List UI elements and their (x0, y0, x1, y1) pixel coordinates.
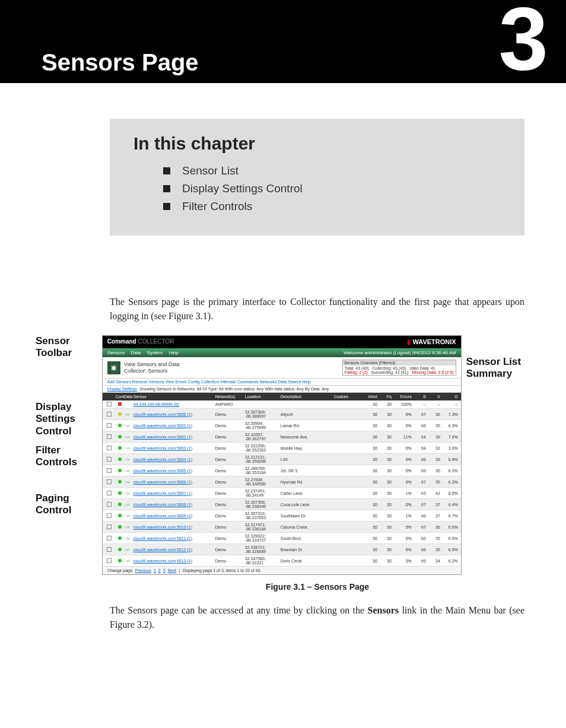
app-brand: Command COLLECTOR (107, 338, 174, 346)
row-checkbox[interactable] (107, 536, 112, 541)
chapter-item: Filter Controls (163, 200, 501, 213)
view-sensors-text: View Sensors and Data Collector: Sensors (124, 361, 180, 374)
sensor-link[interactable]: cloud9.wavetronix.com:5003 (1) (132, 446, 215, 450)
row-checkbox[interactable] (107, 513, 112, 518)
paging-prev[interactable]: Previous (135, 568, 151, 573)
welcome-text: Welcome administrator (Logout) 9/4/2012 … (344, 350, 456, 355)
sensor-link[interactable]: cloud9.wavetronix.com:5001 (1) (132, 424, 215, 428)
sensor-link[interactable]: cloud9.wavetronix.com:5007 (1) (132, 491, 215, 495)
com-status-icon (116, 412, 124, 417)
com-status-icon (116, 435, 124, 439)
sensor-link[interactable]: cloud9.wavetronix.com:5009 (1) (132, 514, 215, 518)
wavetronix-logo: ▮ WAVETRONIX (407, 338, 456, 346)
com-status-icon (116, 503, 124, 507)
com-status-icon (116, 514, 124, 518)
table-row: ▭cloud9.wavetronix.com:5003 (1)Demo32.32… (103, 443, 461, 454)
table-row: ▭cloud9.wavetronix.com:5007 (1)Demo32.23… (103, 488, 461, 499)
in-this-chapter-box: In this chapter Sensor List Display Sett… (110, 119, 524, 236)
square-bullet-icon (163, 167, 170, 174)
com-status-icon (116, 536, 124, 541)
com-status-icon (116, 424, 124, 428)
paging-page-1[interactable]: 1 (154, 568, 156, 573)
chapter-title: Sensors Page (42, 49, 199, 83)
sensor-link[interactable]: cloud9.wavetronix.com:5013 (1) (132, 559, 215, 563)
sensor-link[interactable]: cloud9.wavetronix.com:5004 (1) (132, 457, 215, 462)
com-status-icon (116, 525, 124, 529)
sensor-link[interactable]: cloud9.wavetronix.com:5012 (1) (132, 548, 215, 552)
sensor-link[interactable]: cloud9.wavetronix.com:5000 (1) (132, 412, 215, 417)
callout-paging-control: Paging Control (36, 492, 102, 517)
chapter-item: Display Settings Control (163, 182, 501, 195)
table-row: ▭cloud9.wavetronix.com:5008 (1)Demo32.30… (103, 499, 461, 510)
table-row: ▭cloud9.wavetronix.com:5004 (1)Demo32.31… (103, 454, 461, 465)
row-checkbox[interactable] (107, 423, 112, 428)
menu-data[interactable]: Data (131, 350, 141, 355)
row-checkbox[interactable] (107, 402, 112, 406)
data-status-icon: ▭ (124, 491, 132, 495)
sensor-link[interactable]: 94.234.189.98:49999 (0) (132, 402, 215, 406)
view-sensors-row: ▣ View Sensors and Data Collector: Senso… (103, 357, 461, 379)
table-row: ▭cloud9.wavetronix.com:5012 (1)Demo32.33… (103, 544, 461, 555)
callout-sensor-toolbar: Sensor Toolbar (36, 335, 102, 360)
data-status-icon: ▭ (124, 457, 132, 462)
table-row: ▭cloud9.wavetronix.com:5011 (1)Demo32.32… (103, 533, 461, 544)
paging-next[interactable]: Next (168, 568, 176, 573)
table-row: ▭cloud9.wavetronix.com:5001 (1)Demo32.30… (103, 420, 461, 431)
sensor-link[interactable]: cloud9.wavetronix.com:5011 (1) (132, 536, 215, 541)
menu-system[interactable]: System (147, 350, 163, 355)
callout-display-settings: Display Settings Control (36, 401, 102, 437)
body-paragraph-1: The Sensors page is the primary interfac… (110, 295, 524, 323)
data-status-icon: ▭ (124, 479, 132, 484)
table-row: ▭cloud9.wavetronix.com:5005 (1)Demo32.28… (103, 465, 461, 476)
row-checkbox[interactable] (107, 434, 112, 439)
collector-icon: ▣ (107, 361, 120, 374)
row-checkbox[interactable] (107, 479, 112, 484)
row-checkbox[interactable] (107, 491, 112, 495)
row-checkbox[interactable] (107, 558, 112, 563)
com-status-icon (116, 480, 124, 484)
figure-3-1: Sensor Toolbar Display Settings Control … (36, 335, 528, 592)
filter-status-text: Showing Sensors in Networks: All Of Type… (139, 387, 329, 391)
table-row: ▭cloud9.wavetronix.com:5000 (1)Demo32.30… (103, 409, 461, 420)
sensor-link[interactable]: cloud9.wavetronix.com:5002 (1) (132, 435, 215, 439)
row-checkbox[interactable] (107, 524, 112, 529)
table-row: 94.234.189.98:49999 (0)AMPARO3030100%---… (103, 400, 461, 409)
data-status-icon: ▭ (124, 423, 132, 428)
main-menu-bar: Sensors Data System Help Welcome adminis… (103, 348, 461, 357)
table-row: ▭cloud9.wavetronix.com:5013 (1)Demo32.34… (103, 555, 461, 567)
data-status-icon: ▭ (124, 513, 132, 518)
callout-sensor-list-summary: Sensor List Summary (466, 356, 528, 380)
sensor-link[interactable]: cloud9.wavetronix.com:5005 (1) (132, 469, 215, 473)
figure-caption: Figure 3.1 – Sensors Page (107, 582, 528, 592)
table-row: ▭cloud9.wavetronix.com:5006 (1)Demo32.27… (103, 476, 461, 488)
sensor-link[interactable]: cloud9.wavetronix.com:5010 (1) (132, 525, 215, 529)
data-status-icon: ▭ (124, 412, 132, 417)
paging-page-3[interactable]: 3 (163, 568, 166, 573)
paging-page-2[interactable]: 2 (158, 568, 161, 573)
paging-status: Displaying page 1 of 3, items 1 to 15 of… (183, 568, 262, 573)
data-status-icon: ▭ (124, 468, 132, 473)
row-checkbox[interactable] (107, 412, 112, 417)
sensor-link[interactable]: cloud9.wavetronix.com:5006 (1) (132, 480, 215, 484)
sensor-link[interactable]: cloud9.wavetronix.com:5008 (1) (132, 503, 215, 507)
sensor-overview-box: Sensors Overview (Filtered) Total: 43 (4… (342, 360, 456, 376)
table-row: ▭cloud9.wavetronix.com:5010 (1)Demo32.31… (103, 522, 461, 533)
sensor-toolbar: Add Sensors Remove Sensors View Errors C… (103, 379, 461, 386)
square-bullet-icon (163, 185, 170, 192)
body-paragraph-2: The Sensors page can be accessed at any … (110, 603, 524, 632)
data-status-icon: ▭ (124, 502, 132, 507)
row-checkbox[interactable] (107, 446, 112, 450)
data-status-icon: ▭ (124, 547, 132, 552)
app-titlebar: Command COLLECTOR ▮ WAVETRONIX (103, 336, 461, 348)
menu-help[interactable]: Help (168, 350, 178, 355)
chapter-number: 3 (499, 0, 548, 83)
grid-header: Com Data Sensor Network(s) Location Desc… (103, 393, 461, 400)
paging-row: Change page: Previous 1 2 3 Next | Displ… (103, 567, 461, 574)
row-checkbox[interactable] (107, 502, 112, 507)
row-checkbox[interactable] (107, 468, 112, 473)
com-status-icon (116, 457, 124, 462)
menu-sensors[interactable]: Sensors (107, 350, 125, 355)
row-checkbox[interactable] (107, 547, 112, 552)
display-settings-link[interactable]: Display Settings (107, 387, 137, 391)
row-checkbox[interactable] (107, 457, 112, 462)
